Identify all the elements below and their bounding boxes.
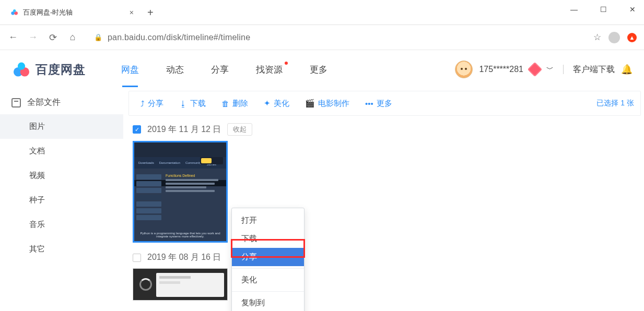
sidebar-all-files[interactable]: 全部文件: [0, 91, 123, 114]
logo[interactable]: 百度网盘: [11, 59, 86, 79]
toolbar-beautify-button[interactable]: ✦美化: [257, 95, 296, 112]
nav-forward-icon[interactable]: →: [27, 32, 39, 43]
loading-spinner-icon: [139, 278, 152, 291]
menu-separator: [232, 268, 304, 269]
menu-separator: [232, 291, 304, 292]
share-icon: ⤴: [140, 99, 145, 108]
image-thumbnail[interactable]: ✓ DownloadsDocumentationCommunitySuccess…: [133, 141, 228, 243]
logo-text: 百度网盘: [36, 62, 86, 78]
collapse-button[interactable]: 收起: [227, 123, 252, 136]
lock-icon: 🔒: [94, 33, 102, 41]
thumbnail-row: ✓ DownloadsDocumentationCommunitySuccess…: [133, 141, 639, 243]
group-checkbox[interactable]: [133, 254, 141, 262]
url-text: pan.baidu.com/disk/timeline#/timeline: [108, 33, 250, 42]
profile-avatar-icon[interactable]: [608, 32, 620, 43]
sidebar-all-files-label: 全部文件: [27, 97, 61, 108]
toolbar-delete-label: 删除: [232, 99, 248, 109]
ctx-share[interactable]: 分享: [232, 248, 304, 266]
toolbar-share-label: 分享: [148, 99, 163, 109]
username[interactable]: 175*****281: [479, 65, 523, 74]
address-bar[interactable]: 🔒 pan.baidu.com/disk/timeline#/timeline: [87, 29, 585, 46]
nav-disk[interactable]: 网盘: [121, 61, 139, 79]
bookmark-star-icon[interactable]: ☆: [593, 32, 601, 43]
client-download-link[interactable]: 客户端下载: [573, 64, 615, 75]
toolbar-more-button[interactable]: •••更多: [359, 95, 399, 112]
ctx-open[interactable]: 打开: [232, 211, 304, 230]
sidebar-item-other[interactable]: 其它: [0, 237, 123, 261]
ctx-copyto[interactable]: 复制到: [232, 294, 304, 311]
tabs-row: 百度网盘-时光轴 × +: [0, 0, 154, 21]
new-tab-button[interactable]: +: [147, 7, 154, 19]
browser-tab-strip: 百度网盘-时光轴 × + — ☐ ✕: [0, 0, 644, 25]
logo-icon: [11, 59, 31, 79]
timeline: ✓ 2019 年 11 月 12 日 收起 ✓ DownloadsDocumen…: [123, 116, 644, 310]
files-icon: [11, 98, 21, 107]
toolbar-movie-button[interactable]: 🎬电影制作: [299, 95, 356, 112]
thumbnail-preview: DownloadsDocumentationCommunitySuccess S…: [134, 142, 226, 241]
user-avatar-icon[interactable]: [455, 61, 473, 78]
tab-title: 百度网盘-时光轴: [23, 8, 125, 17]
toolbar-download-button[interactable]: ⭳下载: [173, 95, 212, 112]
app-body: 全部文件 图片 文档 视频 种子 音乐 其它 ⤴分享 ⭳下载 🗑删除 ✦美化 🎬…: [0, 89, 644, 311]
window-close-button[interactable]: ✕: [625, 2, 640, 17]
nav-resources-label: 找资源: [256, 65, 283, 75]
svg-point-5: [18, 63, 25, 70]
toolbar-share-button[interactable]: ⤴分享: [134, 95, 170, 112]
sidebar-item-images[interactable]: 图片: [0, 114, 123, 139]
group-header: 2019 年 08 月 16 日: [133, 252, 639, 263]
group-checkbox[interactable]: ✓: [133, 125, 141, 134]
bell-icon[interactable]: 🔔: [621, 64, 633, 75]
sidebar-item-video[interactable]: 视频: [0, 163, 123, 188]
browser-tab[interactable]: 百度网盘-时光轴 ×: [4, 3, 140, 22]
image-thumbnail[interactable]: [133, 268, 228, 301]
toolbar-more-label: 更多: [377, 99, 392, 109]
timeline-group: 2019 年 08 月 16 日: [133, 252, 639, 301]
film-icon: 🎬: [305, 99, 315, 108]
app-root: 百度网盘 网盘 动态 分享 找资源 更多 175*****281 ﹀ 客户端下载…: [0, 50, 644, 311]
tab-close-icon[interactable]: ×: [130, 8, 134, 17]
favicon-icon: [10, 8, 19, 17]
trash-icon: 🗑: [221, 99, 229, 108]
preview-heading: Functions Defined: [166, 174, 224, 177]
browser-toolbar: ← → ⟳ ⌂ 🔒 pan.baidu.com/disk/timeline#/t…: [0, 25, 644, 50]
svg-point-2: [13, 9, 16, 12]
header-right: 175*****281 ﹀ 客户端下载 🔔: [455, 61, 633, 78]
vip-diamond-icon[interactable]: [528, 62, 542, 77]
download-icon: ⭳: [179, 99, 187, 108]
extension-icon[interactable]: ▲: [627, 33, 637, 42]
nav-share[interactable]: 分享: [211, 61, 229, 79]
ctx-beautify[interactable]: 美化: [232, 271, 304, 289]
nav-back-icon[interactable]: ←: [7, 32, 19, 43]
toolbar-delete-button[interactable]: 🗑删除: [215, 95, 254, 112]
notification-dot-icon: [285, 62, 288, 65]
app-header: 百度网盘 网盘 动态 分享 找资源 更多 175*****281 ﹀ 客户端下载…: [0, 50, 644, 89]
thumbnail-row: [133, 268, 639, 301]
dots-icon: •••: [365, 99, 373, 108]
nav-reload-icon[interactable]: ⟳: [47, 32, 58, 43]
toolbar-beautify-label: 美化: [274, 99, 289, 109]
ctx-download[interactable]: 下载: [232, 230, 304, 248]
nav-feed[interactable]: 动态: [166, 61, 184, 79]
action-toolbar: ⤴分享 ⭳下载 🗑删除 ✦美化 🎬电影制作 •••更多 已选择 1 张: [128, 91, 641, 116]
sidebar-item-torrent[interactable]: 种子: [0, 188, 123, 212]
group-header: ✓ 2019 年 11 月 12 日 收起: [133, 123, 639, 136]
sidebar-item-music[interactable]: 音乐: [0, 212, 123, 237]
group-date: 2019 年 11 月 12 日: [147, 124, 221, 135]
timeline-group: ✓ 2019 年 11 月 12 日 收起 ✓ DownloadsDocumen…: [133, 123, 639, 243]
toolbar-movie-label: 电影制作: [318, 99, 349, 109]
window-minimize-button[interactable]: —: [567, 2, 581, 17]
wand-icon: ✦: [264, 99, 271, 108]
chevron-down-icon[interactable]: ﹀: [546, 65, 554, 74]
sidebar-item-docs[interactable]: 文档: [0, 139, 123, 163]
window-controls: — ☐ ✕: [567, 2, 640, 17]
window-maximize-button[interactable]: ☐: [596, 2, 611, 17]
main-nav: 网盘 动态 分享 找资源 更多: [121, 61, 327, 79]
toolbar-download-label: 下载: [190, 99, 206, 109]
preview-footer: Python is a programming language that le…: [137, 232, 223, 238]
content: ⤴分享 ⭳下载 🗑删除 ✦美化 🎬电影制作 •••更多 已选择 1 张 ✓ 20…: [123, 89, 644, 311]
nav-resources[interactable]: 找资源: [256, 61, 283, 79]
nav-more[interactable]: 更多: [310, 61, 327, 79]
thumbnail-preview: [156, 273, 224, 297]
nav-home-icon[interactable]: ⌂: [67, 32, 78, 43]
sidebar: 全部文件 图片 文档 视频 种子 音乐 其它: [0, 89, 123, 311]
